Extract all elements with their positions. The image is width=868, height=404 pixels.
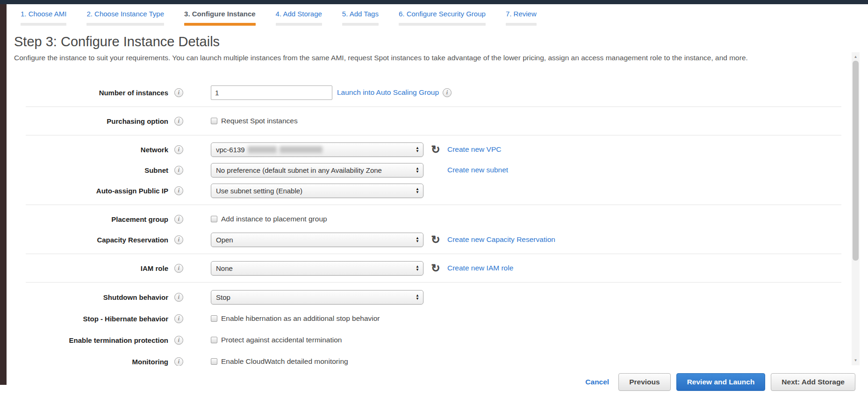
row-number-of-instances: Number of instances Launch into Auto Sca… — [0, 82, 851, 103]
select-stepper-icon — [416, 294, 419, 300]
row-subnet: Subnet No preference (default subnet in … — [0, 160, 851, 180]
scroll-up-arrow-icon[interactable] — [852, 53, 860, 60]
field-label: Stop - Hibernate behavior — [0, 315, 168, 323]
tab-add-tags[interactable]: 5. Add Tags — [337, 10, 384, 26]
create-new-subnet-link[interactable]: Create new subnet — [447, 166, 508, 174]
auto-assign-public-ip-select[interactable]: Use subnet setting (Enable) — [211, 184, 423, 198]
field-label: Shutdown behavior — [0, 293, 168, 301]
select-value: None — [216, 264, 233, 272]
tab-add-storage[interactable]: 4. Add Storage — [271, 10, 327, 26]
tab-underline — [276, 23, 322, 26]
info-icon[interactable] — [174, 117, 183, 126]
row-auto-assign-public-ip: Auto-assign Public IP Use subnet setting… — [0, 180, 851, 201]
review-and-launch-button[interactable]: Review and Launch — [676, 373, 766, 391]
info-icon[interactable] — [174, 336, 183, 345]
info-icon[interactable] — [174, 357, 183, 366]
tab-choose-instance-type[interactable]: 2. Choose Instance Type — [81, 10, 169, 26]
tab-label: 7. Review — [506, 10, 537, 18]
field-label: Auto-assign Public IP — [0, 187, 168, 195]
tab-label: 6. Configure Security Group — [399, 10, 486, 18]
field-label: Subnet — [0, 166, 168, 174]
section-divider — [26, 135, 841, 135]
field-label: Purchasing option — [0, 117, 168, 125]
info-icon[interactable] — [174, 293, 183, 302]
info-icon[interactable] — [174, 264, 183, 273]
network-select[interactable]: vpc-6139 — [211, 142, 423, 157]
info-icon[interactable] — [174, 186, 183, 195]
row-enable-termination-protection: Enable termination protection Protect ag… — [0, 329, 851, 351]
info-icon[interactable] — [174, 215, 183, 224]
tab-underline — [21, 23, 66, 26]
select-stepper-icon — [416, 167, 419, 173]
subnet-select[interactable]: No preference (default subnet in any Ava… — [211, 163, 423, 177]
field-label: Number of instances — [0, 89, 168, 97]
field-label: IAM role — [0, 264, 168, 272]
cloudwatch-monitoring-checkbox[interactable] — [211, 358, 217, 365]
refresh-icon[interactable] — [430, 144, 441, 155]
info-icon[interactable] — [174, 314, 183, 323]
capacity-reservation-select[interactable]: Open — [211, 233, 423, 247]
tab-label: 1. Choose AMI — [21, 10, 66, 18]
iam-role-select[interactable]: None — [211, 261, 423, 276]
previous-button[interactable]: Previous — [618, 373, 670, 391]
row-purchasing-option: Purchasing option Request Spot instances — [0, 111, 851, 131]
section-divider — [26, 254, 841, 254]
redacted-text — [248, 146, 277, 153]
window-left-edge — [0, 0, 7, 385]
page-description: Configure the instance to suit your requ… — [14, 52, 850, 64]
select-value: Stop — [216, 293, 230, 301]
refresh-icon[interactable] — [430, 234, 441, 245]
field-label: Monitoring — [0, 358, 168, 366]
termination-protection-checkbox[interactable] — [211, 337, 217, 343]
tab-label: 4. Add Storage — [276, 10, 322, 18]
row-placement-group: Placement group Add instance to placemen… — [0, 209, 851, 229]
form-scroll-area: Number of instances Launch into Auto Sca… — [0, 78, 851, 369]
select-value: No preference (default subnet in any Ava… — [216, 166, 382, 174]
info-icon[interactable] — [174, 145, 183, 154]
tab-configure-instance[interactable]: 3. Configure Instance — [179, 10, 261, 26]
launch-into-asg-link[interactable]: Launch into Auto Scaling Group — [337, 88, 439, 97]
field-label: Network — [0, 146, 168, 154]
info-icon[interactable] — [174, 166, 183, 175]
select-value: Open — [216, 236, 233, 244]
tab-underline — [506, 23, 537, 26]
next-add-storage-button[interactable]: Next: Add Storage — [771, 373, 855, 391]
scroll-down-arrow-icon[interactable] — [852, 357, 860, 364]
vertical-scrollbar[interactable] — [852, 52, 860, 365]
select-value: Use subnet setting (Enable) — [216, 187, 302, 195]
shutdown-behavior-select[interactable]: Stop — [211, 290, 423, 305]
tab-label: 2. Choose Instance Type — [86, 10, 164, 18]
wizard-footer: Cancel Previous Review and Launch Next: … — [0, 366, 868, 404]
placement-group-checkbox[interactable] — [211, 216, 217, 222]
field-label: Enable termination protection — [0, 336, 168, 344]
field-label: Placement group — [0, 215, 168, 223]
checkbox-label: Request Spot instances — [221, 117, 298, 125]
info-icon[interactable] — [443, 88, 452, 97]
row-capacity-reservation: Capacity Reservation Open Create new Cap… — [0, 229, 851, 250]
select-value: vpc-6139 — [216, 146, 245, 154]
refresh-icon[interactable] — [430, 262, 441, 274]
hibernation-checkbox[interactable] — [211, 315, 217, 322]
request-spot-instances-checkbox[interactable] — [211, 118, 217, 124]
select-stepper-icon — [416, 236, 419, 243]
cancel-link[interactable]: Cancel — [585, 378, 609, 386]
number-of-instances-input[interactable] — [211, 85, 332, 100]
info-icon[interactable] — [174, 235, 183, 244]
browser-top-bar — [0, 0, 868, 4]
tab-choose-ami[interactable]: 1. Choose AMI — [15, 10, 72, 26]
tab-review[interactable]: 7. Review — [501, 10, 542, 26]
tab-configure-security-group[interactable]: 6. Configure Security Group — [394, 10, 491, 26]
section-divider — [26, 282, 841, 283]
select-stepper-icon — [416, 187, 419, 194]
create-new-vpc-link[interactable]: Create new VPC — [447, 145, 501, 154]
page-title: Step 3: Configure Instance Details — [14, 34, 220, 50]
info-icon[interactable] — [174, 88, 183, 97]
redacted-text — [280, 146, 323, 153]
checkbox-label: Protect against accidental termination — [221, 336, 342, 344]
scrollbar-thumb[interactable] — [853, 61, 859, 261]
tab-underline — [399, 23, 486, 26]
create-new-capacity-reservation-link[interactable]: Create new Capacity Reservation — [447, 235, 555, 244]
create-new-iam-role-link[interactable]: Create new IAM role — [447, 264, 513, 272]
row-iam-role: IAM role None Create new IAM role — [0, 258, 851, 278]
checkbox-label: Enable CloudWatch detailed monitoring — [221, 357, 348, 366]
